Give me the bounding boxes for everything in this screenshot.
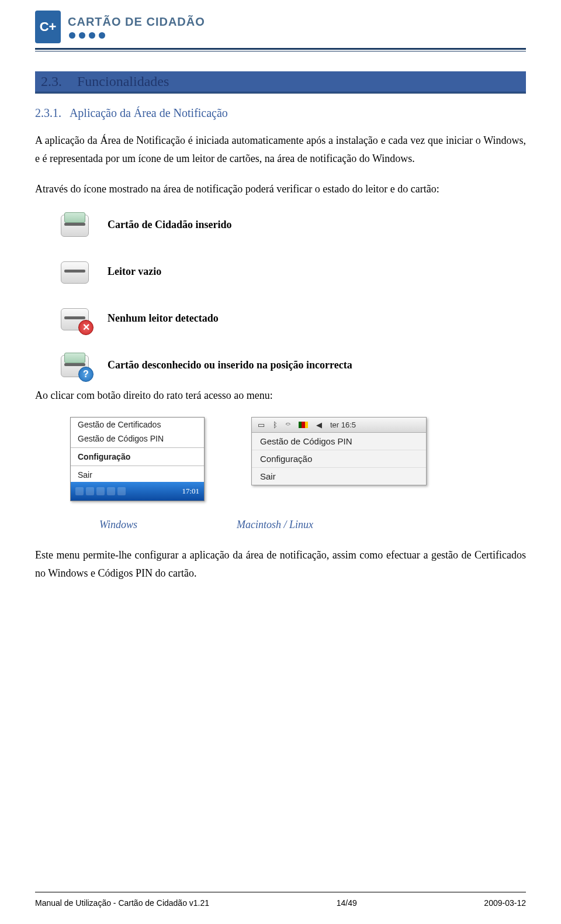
menu-item-pin[interactable]: Gestão de Códigos PIN: [71, 432, 204, 446]
brand-dots-icon: [68, 32, 205, 39]
mac-menu-figure: ▭ ᛒ ⌔ ◀ ter 16:5 Gestão de Códigos PIN C…: [251, 417, 427, 501]
brand-logo: C+: [35, 11, 61, 43]
os-label-windows: Windows: [99, 519, 137, 531]
os-caption-row: Windows Macintosh / Linux: [99, 519, 526, 531]
reader-empty-icon: [58, 258, 91, 286]
menu-item-certificates[interactable]: Gestão de Certificados: [71, 418, 204, 432]
paragraph-icon-states: Através do ícone mostrado na área de not…: [35, 180, 526, 198]
error-badge-icon: ✕: [78, 320, 94, 335]
subsection-heading: 2.3.1. Aplicação da Área de Notificação: [35, 106, 526, 120]
page-footer: Manual de Utilização - Cartão de Cidadão…: [35, 898, 526, 908]
menu-item-exit[interactable]: Sair: [71, 468, 204, 482]
footer-divider: [35, 892, 526, 892]
section-number: 2.3.: [41, 74, 62, 89]
brand-text: CARTÃO DE CIDADÃO: [68, 15, 205, 29]
document-header: C+ CARTÃO DE CIDADÃO: [35, 11, 526, 48]
windows-context-menu: Gestão de Certificados Gestão de Códigos…: [70, 417, 205, 501]
question-badge-icon: ?: [78, 367, 94, 382]
paragraph-intro: A aplicação da Área de Notificação é ini…: [35, 132, 526, 167]
footer-date: 2009-03-12: [484, 898, 526, 908]
windows-taskbar: 17:01: [71, 482, 204, 501]
tray-icons: [75, 487, 126, 495]
status-label: Cartão desconhecido ou inserido na posiç…: [108, 359, 352, 371]
menu-item-pin[interactable]: Gestão de Códigos PIN: [252, 433, 426, 450]
reader-card-inserted-icon: [58, 211, 91, 239]
menu-separator: [71, 466, 204, 466]
menubar-clock: ter 16:5: [330, 420, 356, 429]
status-label: Leitor vazio: [108, 266, 161, 278]
tray-icon: [107, 487, 115, 495]
mac-menubar: ▭ ᛒ ⌔ ◀ ter 16:5: [252, 418, 426, 433]
status-label: Nenhum leitor detectado: [108, 312, 219, 325]
subsection-number: 2.3.1.: [35, 106, 61, 119]
status-label: Cartão de Cidadão inserido: [108, 219, 232, 231]
windows-menu-figure: Gestão de Certificados Gestão de Códigos…: [70, 417, 205, 501]
tray-icon: [96, 487, 105, 495]
footer-doc-title: Manual de Utilização - Cartão de Cidadão…: [35, 898, 209, 908]
mac-context-menu: ▭ ᛒ ⌔ ◀ ter 16:5 Gestão de Códigos PIN C…: [251, 417, 427, 485]
reader-none-icon: ✕: [58, 305, 91, 333]
wifi-icon: ⌔: [286, 420, 290, 429]
status-row-empty: Leitor vazio: [58, 258, 526, 286]
tray-icon: [117, 487, 126, 495]
status-row-inserted: Cartão de Cidadão inserido: [58, 211, 526, 239]
plus-icon: C+: [40, 20, 57, 33]
taskbar-clock: 17:01: [182, 487, 199, 496]
page-current: 14: [337, 898, 346, 908]
menu-screenshots-row: Gestão de Certificados Gestão de Códigos…: [70, 417, 526, 501]
reader-menubar-icon: ▭: [258, 420, 265, 429]
footer-page-number: 14/49: [337, 898, 357, 908]
brand-block: CARTÃO DE CIDADÃO: [68, 15, 205, 39]
status-row-unknown: ? Cartão desconhecido ou inserido na pos…: [58, 351, 526, 380]
menu-item-config[interactable]: Configuração: [71, 450, 204, 464]
menu-item-exit[interactable]: Sair: [252, 468, 426, 485]
section-title-box: 2.3. Funcionalidades: [35, 71, 526, 94]
paragraph-right-click: Ao clicar com botão direito do rato terá…: [35, 387, 526, 405]
section-title: Funcionalidades: [77, 74, 169, 89]
flag-pt-icon: [299, 422, 308, 428]
reader-unknown-icon: ?: [58, 351, 91, 380]
status-list: Cartão de Cidadão inserido Leitor vazio …: [58, 211, 526, 380]
os-label-mac: Macintosh / Linux: [237, 519, 313, 531]
header-divider: [35, 48, 526, 51]
page-total: 49: [348, 898, 357, 908]
menu-item-config[interactable]: Configuração: [252, 450, 426, 468]
tray-icon: [75, 487, 84, 495]
subsection-title: Aplicação da Área de Notificação: [70, 106, 228, 119]
status-row-none: ✕ Nenhum leitor detectado: [58, 305, 526, 333]
volume-icon: ◀: [316, 420, 322, 429]
bluetooth-icon: ᛒ: [273, 420, 278, 429]
menu-separator: [71, 447, 204, 448]
tray-icon: [86, 487, 94, 495]
paragraph-menu-desc: Este menu permite-lhe configurar a aplic…: [35, 546, 526, 582]
